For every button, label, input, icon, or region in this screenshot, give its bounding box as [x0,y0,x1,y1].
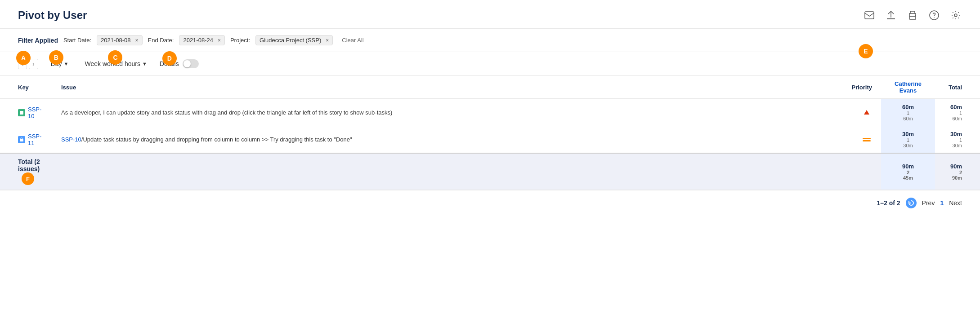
help-icon[interactable] [928,9,940,22]
row2-catherine-sub1: 1 [888,137,928,143]
refresh-button[interactable] [906,198,917,208]
total-total-sub1: 2 [942,170,962,175]
badge-e-container: E [859,44,873,58]
mail-icon[interactable] [863,9,876,22]
row2-total-main: 30m [942,131,962,137]
day-select: B Day ▼ [47,58,72,69]
total-catherine-main: 90m [888,163,928,170]
table-row: SSP-11 SSP-10/Update task status by drag… [0,126,980,154]
row2-total-cell: 30m 1 30m [935,126,980,154]
project-label: Project: [230,37,250,44]
details-toggle[interactable] [183,59,199,68]
page-header: Pivot by User [0,0,980,29]
end-date-chip: 2021-08-24 × [179,35,225,45]
col-header-priority: Priority [836,76,881,99]
total-total-cell: 90m 2 90m [935,153,980,190]
row1-key-text: SSP-10 [28,106,47,119]
total-catherine-sub1: 2 [888,170,928,175]
total-issue-cell [54,153,836,190]
row1-priority-icon [861,107,872,118]
row2-issue-text: /Update task status by dragging and drop… [81,136,352,143]
week-select: C Week worked hours ▼ [81,58,150,69]
row2-catherine-sub2: 30m [888,143,928,148]
row2-catherine-cell: 30m 1 30m [881,126,935,154]
svg-rect-6 [20,111,23,115]
page-number[interactable]: 1 [940,199,944,207]
svg-rect-1 [909,17,916,19]
week-chevron-icon: ▼ [142,61,147,66]
filter-applied-label: Filter Applied [18,37,58,44]
row1-catherine-sub2: 60m [888,116,928,121]
row2-total-sub2: 30m [942,143,962,148]
col-header-catherine: Catherine Evans [881,76,935,99]
svg-point-5 [954,14,957,17]
row2-key-cell: SSP-11 [0,126,54,154]
svg-rect-0 [865,12,874,19]
project-chip: Giudecca Project (SSP) × [255,35,333,45]
toolbar: A ‹ › B Day ▼ C Week worked hours ▼ D De… [0,52,980,76]
project-value: Giudecca Project (SSP) [260,37,321,44]
row1-catherine-main: 60m [888,104,928,110]
svg-point-2 [915,15,916,16]
total-catherine-cell: 90m 2 45m [881,153,935,190]
next-page-button[interactable]: Next [949,199,962,207]
row1-issue-text: As a developer, I can update story and t… [61,109,392,116]
svg-rect-9 [863,138,871,139]
row1-key-cell: SSP-10 [0,99,54,126]
row1-priority-cell [836,99,881,126]
row2-total-sub1: 1 [942,137,962,143]
end-date-value: 2021-08-24 [183,37,213,44]
row2-issue-prefix-link[interactable]: SSP-10 [61,136,81,143]
row2-issue-cell: SSP-10/Update task status by dragging an… [54,126,836,154]
badge-b: B [49,50,63,65]
start-date-remove[interactable]: × [135,37,139,44]
start-date-label: Start Date: [63,37,91,44]
total-catherine-sub2: 45m [888,175,928,181]
row1-total-sub1: 1 [942,110,962,116]
upload-icon[interactable] [885,9,897,22]
badge-e: E [859,44,873,58]
print-icon[interactable] [906,9,919,22]
total-total-sub2: 90m [942,175,962,181]
table-container: Key Issue Priority Catherine Evans Total [0,76,980,190]
end-date-remove[interactable]: × [218,37,221,44]
table-header-row: Key Issue Priority Catherine Evans Total [0,76,980,99]
row2-priority-cell [836,126,881,154]
col-header-issue: Issue [54,76,836,99]
start-date-value: 2021-08-08 [101,37,131,44]
badge-f: F [22,172,34,185]
row1-story-icon [18,109,25,116]
col-header-key: Key [0,76,54,99]
row2-catherine-main: 30m [888,131,928,137]
end-date-label: End Date: [148,37,174,44]
project-remove[interactable]: × [326,37,329,44]
day-chevron-icon: ▼ [64,61,69,66]
total-total-main: 90m [942,163,962,170]
table-row: SSP-10 As a developer, I can update stor… [0,99,980,126]
page-container: Pivot by User Filter Applied Start Date:… [0,0,980,331]
prev-page-button[interactable]: Prev [922,199,935,207]
svg-rect-10 [863,140,871,141]
details-section: D Details [160,59,199,68]
row2-key-link[interactable]: SSP-11 [18,133,47,146]
total-priority-cell [836,153,881,190]
clear-all-button[interactable]: Clear All [342,37,363,44]
settings-icon[interactable] [949,9,962,22]
row2-subtask-icon [18,136,25,143]
total-label-text: Total (2 issues) [18,158,40,172]
row1-total-main: 60m [942,104,962,110]
next-button[interactable]: › [29,59,38,69]
data-table: Key Issue Priority Catherine Evans Total [0,76,980,190]
svg-point-4 [934,17,935,18]
total-row: Total (2 issues) F 90m 2 45m 90m 2 90m [0,153,980,190]
badge-a: A [16,51,31,65]
row1-key-link[interactable]: SSP-10 [18,106,47,119]
pagination-range: 1–2 of 2 [877,199,900,207]
row1-catherine-cell: 60m 1 60m [881,99,935,126]
badge-d: D [162,51,177,66]
filter-bar: Filter Applied Start Date: 2021-08-08 × … [0,29,980,52]
col-header-total: Total [935,76,980,99]
pagination: 1–2 of 2 Prev 1 Next [0,190,980,216]
nav-arrows: A ‹ › [18,59,38,69]
row1-total-cell: 60m 1 60m [935,99,980,126]
